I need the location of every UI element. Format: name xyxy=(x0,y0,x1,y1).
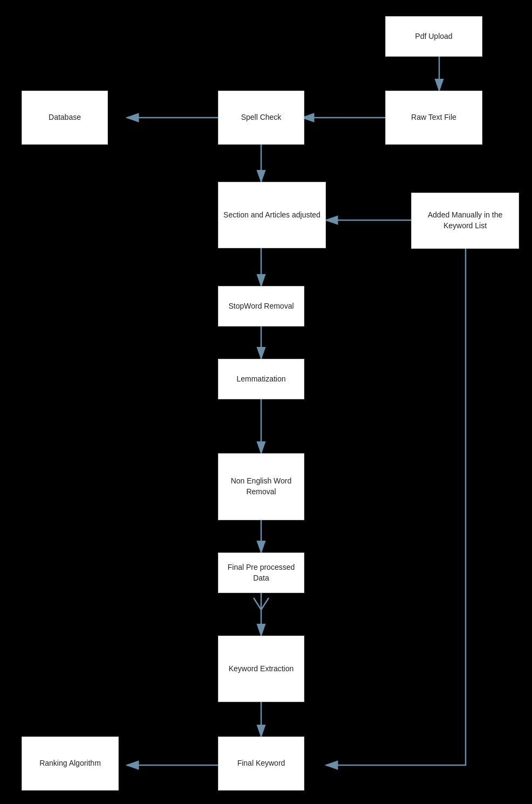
non-english-box: Non English Word Removal xyxy=(218,453,304,520)
spell-check-box: Spell Check xyxy=(218,91,304,145)
svg-line-15 xyxy=(261,598,269,610)
section-articles-label: Section and Articles adjusted xyxy=(223,210,320,221)
added-manually-label: Added Manually in the Keyword List xyxy=(416,210,514,231)
lemmatization-label: Lemmatization xyxy=(236,374,285,385)
added-manually-box: Added Manually in the Keyword List xyxy=(411,193,519,249)
stopword-removal-box: StopWord Removal xyxy=(218,286,304,326)
database-box: Database xyxy=(22,91,108,145)
final-preprocessed-box: Final Pre processed Data xyxy=(218,553,304,593)
flowchart: Pdf Upload Raw Text File Spell Check Dat… xyxy=(0,0,532,804)
database-label: Database xyxy=(49,112,81,123)
final-keyword-label: Final Keyword xyxy=(237,758,285,769)
keyword-extraction-box: Keyword Extraction xyxy=(218,636,304,702)
spell-check-label: Spell Check xyxy=(241,112,282,123)
raw-text-file-label: Raw Text File xyxy=(411,112,456,123)
keyword-extraction-label: Keyword Extraction xyxy=(229,664,294,674)
non-english-label: Non English Word Removal xyxy=(223,476,299,497)
svg-line-14 xyxy=(254,598,261,610)
stopword-removal-label: StopWord Removal xyxy=(228,301,294,312)
final-keyword-box: Final Keyword xyxy=(218,737,304,791)
section-articles-box: Section and Articles adjusted xyxy=(218,182,326,248)
pdf-upload-label: Pdf Upload xyxy=(415,31,452,42)
ranking-algorithm-label: Ranking Algorithm xyxy=(39,758,101,769)
final-preprocessed-label: Final Pre processed Data xyxy=(223,562,299,583)
pdf-upload-box: Pdf Upload xyxy=(385,16,482,57)
lemmatization-box: Lemmatization xyxy=(218,359,304,399)
ranking-algorithm-box: Ranking Algorithm xyxy=(22,737,119,791)
raw-text-file-box: Raw Text File xyxy=(385,91,482,145)
